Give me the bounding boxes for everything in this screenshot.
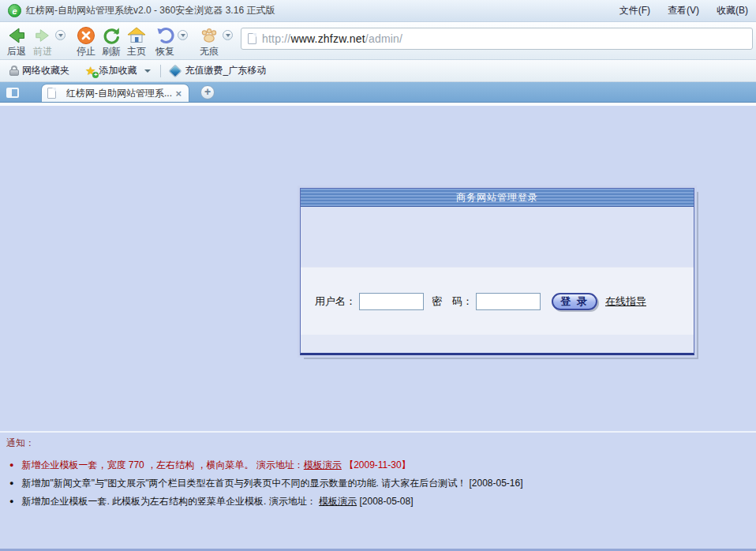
forward-arrow-icon	[33, 25, 52, 46]
tab-bar: 红榜网-自助网站管理系... × +	[0, 82, 756, 103]
url-text: http://www.zhfzw.net/admin/	[262, 32, 402, 45]
login-panel-footer	[301, 335, 694, 352]
demo-link[interactable]: 模板演示	[319, 496, 357, 507]
restore-dropdown-icon[interactable]	[178, 30, 188, 40]
notice-text: 新增企业模板一套，宽度 770 ，左右结构 ，横向菜单。 演示地址：模板演示 【…	[21, 457, 410, 473]
menu-view[interactable]: 查看(V)	[668, 4, 699, 17]
back-arrow-icon	[6, 25, 27, 46]
forward-label: 前进	[33, 46, 52, 57]
tab-page-icon	[47, 88, 56, 99]
menu-favorites[interactable]: 收藏(B)	[717, 4, 748, 17]
username-label: 用户名：	[315, 294, 356, 309]
page-content: 商务网站管理登录 用户名： 密 码： 登 录 在线指导 通知： ● 新增企业模板…	[0, 106, 756, 551]
refresh-icon	[102, 25, 121, 46]
url-scheme: http://	[262, 32, 290, 45]
lock-icon	[9, 66, 19, 76]
bullet-icon: ●	[9, 475, 13, 491]
add-favorite-button[interactable]: ★+ 添加收藏	[80, 62, 155, 80]
menu-file[interactable]: 文件(F)	[619, 4, 650, 17]
page-icon	[248, 33, 256, 44]
menu-bar: 文件(F) 查看(V) 收藏(B)	[619, 4, 748, 17]
home-label: 主页	[127, 46, 146, 57]
forward-button[interactable]: 前进	[30, 24, 55, 58]
tab-close-icon[interactable]: ×	[174, 88, 183, 99]
username-input[interactable]	[359, 293, 424, 310]
browser-window: e 红榜网-自助网站管理系统v2.0 - 360安全浏览器 3.16 正式版 文…	[0, 0, 756, 551]
address-bar[interactable]: http://www.zhfzw.net/admin/	[241, 28, 753, 50]
home-icon	[127, 25, 146, 46]
notice-item: ● 新增加企业模板一套. 此模板为左右结构的竖菜单企业模板. 演示地址： 模板演…	[6, 493, 748, 509]
china-mobile-icon	[169, 64, 182, 77]
browser-logo-icon: e	[8, 4, 21, 17]
home-button[interactable]: 主页	[124, 24, 149, 58]
star-plus-icon: ★+	[85, 66, 95, 77]
login-panel-title: 商务网站管理登录	[301, 189, 694, 207]
navigation-toolbar: 后退 前进 停止 刷新	[0, 22, 756, 60]
restore-label: 恢复	[155, 46, 174, 57]
content-separator	[0, 431, 756, 433]
login-button[interactable]: 登 录	[552, 293, 597, 310]
bookmark-item-label: 充值缴费_广东移动	[185, 64, 266, 77]
back-label: 后退	[7, 46, 26, 57]
incognito-label: 无痕	[200, 46, 219, 57]
add-favorite-caret-icon[interactable]	[144, 69, 151, 73]
tab-title: 红榜网-自助网站管理系...	[66, 87, 174, 100]
notice-item: ● 新增加"新闻文章"与"图文展示"两个栏目类型在首页与列表页中不同的显示数量的…	[6, 475, 748, 491]
history-dropdown-icon[interactable]	[55, 30, 65, 40]
new-tab-button[interactable]: +	[200, 85, 215, 99]
restore-arrow-icon	[155, 25, 174, 46]
password-label: 密 码：	[432, 294, 473, 309]
tab-active[interactable]: 红榜网-自助网站管理系... ×	[41, 84, 189, 102]
incognito-button[interactable]: 无痕	[196, 24, 223, 58]
incognito-dropdown-icon[interactable]	[223, 30, 233, 40]
demo-link[interactable]: 模板演示	[304, 459, 342, 470]
login-form: 用户名： 密 码： 登 录 在线指导	[301, 267, 694, 335]
restore-button[interactable]: 恢复	[152, 24, 178, 58]
bookmark-item-recharge[interactable]: 充值缴费_广东移动	[166, 62, 271, 80]
bullet-icon: ●	[9, 493, 13, 509]
title-bar: e 红榜网-自助网站管理系统v2.0 - 360安全浏览器 3.16 正式版 文…	[0, 0, 756, 22]
online-guide-link[interactable]: 在线指导	[605, 294, 646, 309]
refresh-button[interactable]: 刷新	[99, 24, 124, 58]
bookmarks-separator	[160, 65, 161, 77]
url-path: /admin/	[365, 32, 402, 45]
login-panel-banner	[301, 207, 694, 267]
back-button[interactable]: 后退	[3, 24, 30, 58]
stop-button[interactable]: 停止	[73, 24, 99, 58]
window-title: 红榜网-自助网站管理系统v2.0 - 360安全浏览器 3.16 正式版	[26, 4, 275, 17]
refresh-label: 刷新	[102, 46, 121, 57]
stop-icon	[77, 25, 95, 46]
add-favorite-label: 添加收藏	[99, 64, 137, 77]
network-favorites-button[interactable]: 网络收藏夹	[5, 62, 74, 80]
notice-text: 新增加"新闻文章"与"图文展示"两个栏目类型在首页与列表页中不同的显示数量的功能…	[21, 475, 522, 491]
notice-heading: 通知：	[6, 437, 748, 450]
network-favorites-label: 网络收藏夹	[22, 64, 69, 77]
tab-list-icon[interactable]	[6, 88, 19, 98]
bookmarks-bar: 网络收藏夹 ★+ 添加收藏 充值缴费_广东移动	[0, 60, 756, 82]
login-panel: 商务网站管理登录 用户名： 密 码： 登 录 在线指导	[300, 188, 694, 355]
bullet-icon: ●	[9, 457, 13, 473]
password-input[interactable]	[476, 293, 541, 310]
notice-text: 新增加企业模板一套. 此模板为左右结构的竖菜单企业模板. 演示地址： 模板演示 …	[21, 493, 413, 509]
stop-label: 停止	[77, 46, 95, 57]
notice-section: 通知： ● 新增企业模板一套，宽度 770 ，左右结构 ，横向菜单。 演示地址：…	[6, 437, 748, 512]
url-host: www.zhfzw.net	[290, 32, 365, 45]
notice-item: ● 新增企业模板一套，宽度 770 ，左右结构 ，横向菜单。 演示地址：模板演示…	[6, 457, 748, 473]
paw-icon	[199, 25, 219, 46]
